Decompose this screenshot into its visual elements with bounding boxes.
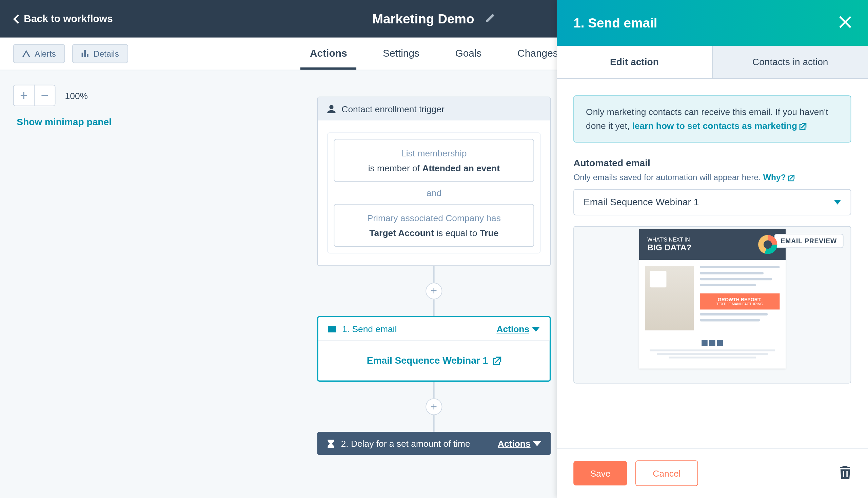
panel-title: 1. Send email xyxy=(573,15,657,31)
add-step-button[interactable]: + xyxy=(426,283,442,299)
add-step-button[interactable]: + xyxy=(426,398,442,415)
contact-icon xyxy=(327,105,336,113)
email-icon xyxy=(328,325,336,333)
external-link-icon xyxy=(493,356,501,365)
email-select-value: Email Sequence Webinar 1 xyxy=(584,197,699,208)
trigger-header-text: Contact enrollment trigger xyxy=(342,104,444,114)
trash-icon xyxy=(839,466,851,479)
automated-email-help: Only emails saved for automation will ap… xyxy=(573,172,851,182)
connector xyxy=(433,415,435,432)
delete-action-button[interactable] xyxy=(839,466,851,481)
zoom-level: 100% xyxy=(65,90,88,101)
step-1-header: 1. Send email Actions xyxy=(318,317,550,341)
hourglass-icon xyxy=(326,439,335,448)
caret-down-icon xyxy=(532,325,540,333)
alerts-label: Alerts xyxy=(35,49,56,58)
external-link-icon xyxy=(788,175,795,181)
email-select[interactable]: Email Sequence Webinar 1 xyxy=(573,189,851,215)
donut-icon xyxy=(758,235,777,254)
mock-hero-line1: WHAT'S NEXT IN xyxy=(647,237,691,243)
caret-down-icon xyxy=(533,439,542,448)
details-button[interactable]: Details xyxy=(72,44,128,63)
back-label: Back to workflows xyxy=(24,13,112,25)
tab-contacts-in-action[interactable]: Contacts in action xyxy=(712,46,868,78)
workflow-title: Marketing Demo xyxy=(372,11,475,27)
connector xyxy=(433,266,435,283)
zoom-controls: + − 100% xyxy=(13,85,88,106)
trigger-header: Contact enrollment trigger xyxy=(318,97,550,121)
main-tabs: Actions Settings Goals Changes xyxy=(310,38,558,70)
trigger1-label: List membership xyxy=(339,148,529,158)
trigger2-label: Primary associated Company has xyxy=(339,213,529,223)
connector xyxy=(433,382,435,398)
tab-changes[interactable]: Changes xyxy=(517,38,558,70)
workflow-flow: Contact enrollment trigger List membersh… xyxy=(317,97,551,455)
alerts-button[interactable]: Alerts xyxy=(13,44,65,63)
and-label: and xyxy=(334,182,534,204)
back-to-workflows-link[interactable]: Back to workflows xyxy=(13,13,113,25)
trigger1-text: is member of Attended an event xyxy=(339,163,529,173)
zoom-in-button[interactable]: + xyxy=(13,85,35,106)
tab-actions[interactable]: Actions xyxy=(310,38,347,70)
chart-icon xyxy=(81,50,90,58)
step-2-header: 2. Delay for a set amount of time Action… xyxy=(317,432,551,455)
details-label: Details xyxy=(94,49,119,58)
email-preview-thumbnail[interactable]: WHAT'S NEXT IN BIG DATA? GROWTH REPORT: … xyxy=(639,229,786,368)
marketing-contacts-info: Only marketing contacts can receive this… xyxy=(573,95,851,143)
email-preview-area: EMAIL PREVIEW WHAT'S NEXT IN BIG DATA? G… xyxy=(573,226,851,383)
email-preview-badge: EMAIL PREVIEW xyxy=(774,234,843,248)
zoom-out-button[interactable]: − xyxy=(34,85,55,106)
trigger2-text: Target Account is equal to True xyxy=(339,228,529,238)
learn-marketing-contacts-link[interactable]: learn how to set contacts as marketing xyxy=(632,120,806,130)
close-panel-button[interactable] xyxy=(839,15,851,31)
panel-header: 1. Send email xyxy=(557,0,868,46)
step-1-send-email-card[interactable]: 1. Send email Actions Email Sequence Web… xyxy=(317,316,551,382)
trigger-body: List membership is member of Attended an… xyxy=(318,120,550,265)
panel-body: Only marketing contacts can receive this… xyxy=(557,79,868,448)
caret-down-icon xyxy=(834,200,841,205)
automated-email-label: Automated email xyxy=(573,158,851,169)
step-2-actions-dropdown[interactable]: Actions xyxy=(498,438,541,448)
cancel-button[interactable]: Cancel xyxy=(636,460,698,486)
panel-footer: Save Cancel xyxy=(557,448,868,498)
external-link-icon xyxy=(800,122,806,130)
show-minimap-link[interactable]: Show minimap panel xyxy=(17,117,111,128)
step-2-title: 2. Delay for a set amount of time xyxy=(341,438,470,448)
close-icon xyxy=(839,16,851,28)
why-link[interactable]: Why? xyxy=(763,172,795,182)
tab-settings[interactable]: Settings xyxy=(383,38,419,70)
tab-edit-action[interactable]: Edit action xyxy=(557,46,712,78)
step-1-actions-dropdown[interactable]: Actions xyxy=(496,324,540,334)
pencil-icon xyxy=(485,12,496,23)
chevron-left-icon xyxy=(13,14,19,23)
step-1-actions-label: Actions xyxy=(496,324,529,334)
mock-cta: GROWTH REPORT: TEXTILE MANUFACTURING xyxy=(700,293,780,310)
save-button[interactable]: Save xyxy=(573,461,627,485)
step-1-email-name: Email Sequence Webinar 1 xyxy=(367,355,488,366)
social-icons xyxy=(645,340,779,346)
panel-tabs: Edit action Contacts in action xyxy=(557,46,868,79)
mock-image xyxy=(645,266,694,330)
title-area: Marketing Demo xyxy=(372,11,496,27)
trigger-condition-2[interactable]: Primary associated Company has Target Ac… xyxy=(334,204,534,247)
mock-hero-line2: BIG DATA? xyxy=(647,243,691,252)
alert-icon xyxy=(22,50,30,58)
step-2-delay-card[interactable]: 2. Delay for a set amount of time Action… xyxy=(317,432,551,455)
trigger-condition-1[interactable]: List membership is member of Attended an… xyxy=(334,139,534,182)
side-panel: 1. Send email Edit action Contacts in ac… xyxy=(557,0,868,498)
tab-goals[interactable]: Goals xyxy=(455,38,481,70)
edit-title-button[interactable] xyxy=(485,12,496,25)
step-1-title: 1. Send email xyxy=(342,324,397,334)
connector xyxy=(433,300,435,316)
enrollment-trigger-card[interactable]: Contact enrollment trigger List membersh… xyxy=(317,97,551,266)
step-1-email-link[interactable]: Email Sequence Webinar 1 xyxy=(318,341,550,381)
step-2-actions-label: Actions xyxy=(498,438,531,448)
